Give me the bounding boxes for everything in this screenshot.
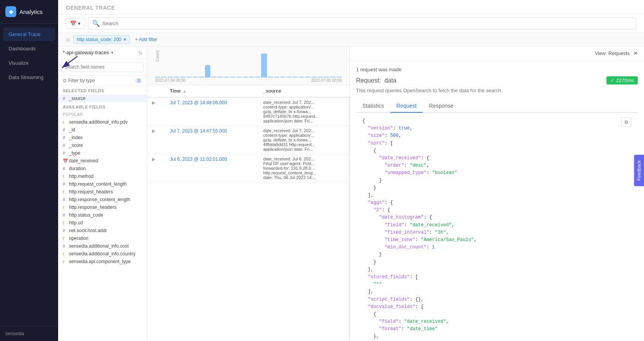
add-filter-button[interactable]: + Add filter: [133, 36, 160, 43]
field-search-input[interactable]: [61, 62, 144, 72]
filter-by-type-button[interactable]: ⊙ Filter by type: [63, 78, 95, 83]
json-line: ],: [362, 192, 632, 199]
index-expand-icon: ⇆: [138, 50, 142, 55]
table-row[interactable]: ▶Jul 7, 2023 @ 14:48:06.000date_received…: [147, 97, 350, 126]
field-item[interactable]: #http.request_content_length: [58, 180, 147, 188]
time-filter-button[interactable]: 📅 ▾: [66, 18, 85, 29]
json-content-area: { "version": true, "size": 500, "sort": …: [362, 117, 632, 341]
chart-bar: [167, 77, 173, 78]
row-source: date_received: Jul 6, 202... Filial DF u…: [258, 154, 350, 183]
time-badge: ✓ 2270ms: [606, 76, 638, 84]
field-name: net.sock.host.addr: [69, 228, 107, 233]
sidebar-item-general-trace[interactable]: General Trace: [3, 28, 55, 41]
copy-json-button[interactable]: ⧉: [621, 117, 632, 127]
chart-label-start: 2022-07-04 00:00: [155, 78, 186, 83]
search-bar[interactable]: 🔍: [88, 17, 636, 29]
field-name: http.method: [69, 174, 93, 179]
chart-bar: [243, 77, 248, 78]
json-line: "format": "date_time": [362, 326, 632, 333]
field-type-icon: #: [63, 127, 67, 132]
field-name: duration: [69, 166, 86, 171]
chart-bar: [280, 77, 286, 78]
field-type-icon: t: [63, 174, 67, 179]
field-name: http.request_headers: [69, 189, 113, 195]
chart-bar: [230, 77, 236, 78]
field-item[interactable]: #http.response_content_length: [58, 196, 147, 203]
search-input[interactable]: [102, 21, 632, 26]
general-trace-header: GENERAL TRACE: [58, 0, 644, 14]
field-item[interactable]: thttp.method: [58, 172, 147, 180]
app-title: Analytics: [19, 9, 43, 15]
chart-bar: [286, 77, 292, 78]
field-item[interactable]: tsensedia.api.component_type: [58, 258, 147, 265]
sidebar-logo[interactable]: ◈ Analytics: [0, 0, 58, 24]
col-time[interactable]: Time ▲: [165, 85, 258, 97]
row-expand-button[interactable]: ▶: [147, 126, 165, 154]
field-item[interactable]: #_type: [58, 149, 147, 157]
json-line: {: [362, 147, 632, 155]
field-item[interactable]: #_score: [58, 141, 147, 149]
field-item[interactable]: #http.status_code: [58, 211, 147, 219]
field-name: http.request_content_length: [69, 181, 127, 187]
field-item-source[interactable]: # _source: [58, 95, 147, 102]
tab-statistics[interactable]: Statistics: [356, 100, 390, 113]
field-item[interactable]: thttp.response_headers: [58, 203, 147, 211]
sidebar-item-data-streaming[interactable]: Data Streaming: [3, 71, 55, 84]
filter-chip-status[interactable]: http.status_code: 200 ×: [73, 35, 130, 44]
field-item[interactable]: #_id: [58, 126, 147, 134]
json-line: }: [362, 184, 632, 192]
field-name: sensedia.additional_info.cost: [69, 243, 129, 249]
chart-bar: [161, 77, 167, 78]
json-line: "field": "date_received",: [362, 318, 632, 326]
index-selector[interactable]: *-api-gateway-traces ▾ ⇆: [58, 46, 147, 59]
view-requests-button[interactable]: View: Requests ✕: [595, 50, 638, 56]
table-row[interactable]: ▶Jul 6, 2023 @ 11:02:01.000date_received…: [147, 154, 350, 183]
field-item[interactable]: #net.sock.host.addr: [58, 227, 147, 234]
field-item[interactable]: tsensedia.additional_info.pdv: [58, 118, 147, 126]
filter-remove-button[interactable]: ×: [124, 37, 126, 42]
close-icon: ✕: [634, 50, 638, 56]
row-expand-button[interactable]: ▶: [147, 154, 165, 183]
json-line: "order": "desc",: [362, 162, 632, 169]
feedback-button[interactable]: Feedback: [634, 155, 644, 186]
field-item[interactable]: #duration: [58, 165, 147, 172]
row-source: date_received: Jul 7, 202... content-typ…: [258, 126, 350, 154]
field-item[interactable]: 📅date_received: [58, 157, 147, 165]
field-item[interactable]: thttp.request_headers: [58, 188, 147, 196]
field-item[interactable]: tsensedia.additional_info.country: [58, 250, 147, 258]
filter-bar: ⊙ http.status_code: 200 × + Add filter: [58, 33, 644, 46]
tab-response[interactable]: Response: [423, 100, 460, 113]
field-type-icon: t: [63, 120, 67, 124]
row-time: Jul 7, 2023 @ 14:48:06.000: [165, 97, 258, 126]
chart-bar: [268, 77, 273, 78]
json-line: }: [362, 177, 632, 184]
col-expand: [147, 85, 165, 97]
table-row[interactable]: ▶Jul 7, 2023 @ 14:47:55.000date_received…: [147, 126, 350, 154]
json-line: "stored_fields": [: [362, 274, 632, 281]
field-item[interactable]: #sensedia.additional_info.cost: [58, 242, 147, 250]
field-item[interactable]: toperation: [58, 234, 147, 242]
app-logo-icon: ◈: [5, 6, 16, 17]
tab-request[interactable]: Request: [390, 100, 423, 113]
json-line: "aggs": {: [362, 199, 632, 207]
field-type-icon: #: [63, 228, 67, 233]
sidebar-item-visualize[interactable]: Visualize: [3, 56, 55, 70]
json-line: "field": "date_received",: [362, 222, 632, 229]
field-item[interactable]: thttp.url: [58, 219, 147, 227]
field-search[interactable]: [58, 59, 147, 76]
json-line: "date_received": {: [362, 155, 632, 162]
field-item[interactable]: #_index: [58, 134, 147, 141]
chart-bar: [211, 77, 217, 78]
request-title: Request: data: [356, 77, 396, 84]
main-content: GENERAL TRACE 📅 ▾ 🔍 ⊙ http.status_code: …: [58, 0, 644, 341]
overlay-body: 1 request was made Request: data ✓ 2270m…: [350, 60, 644, 341]
selected-fields-list: # _source: [58, 95, 147, 102]
json-line: }: [362, 259, 632, 266]
field-type-icon: t: [63, 189, 67, 194]
json-line: "version": true,: [362, 125, 632, 132]
row-expand-button[interactable]: ▶: [147, 97, 165, 126]
field-name: http.status_code: [69, 212, 103, 218]
row-source: date_received: Jul 7, 202... content-typ…: [258, 97, 350, 126]
chart-bar: [255, 77, 260, 78]
sidebar-item-dashboards[interactable]: Dashboards: [3, 42, 55, 55]
